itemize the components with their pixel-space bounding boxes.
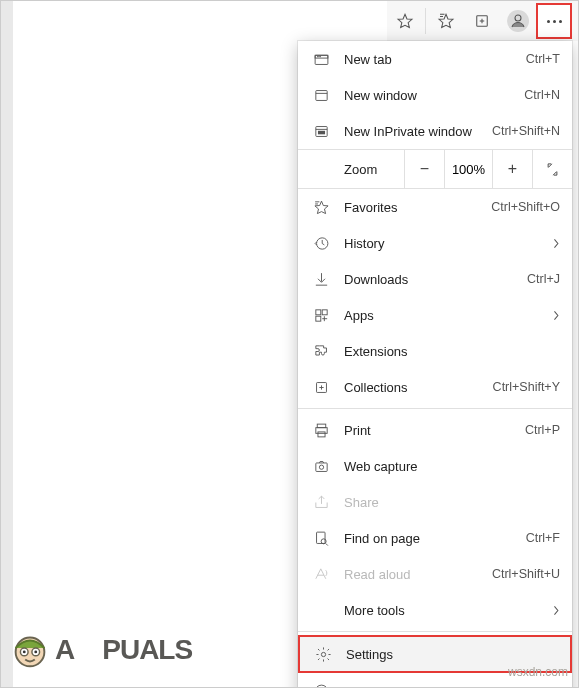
svg-point-30 xyxy=(319,465,323,469)
menu-shortcut: Ctrl+N xyxy=(524,88,560,102)
menu-downloads[interactable]: Downloads Ctrl+J xyxy=(298,261,572,297)
svg-point-42 xyxy=(34,650,37,653)
menu-new-tab[interactable]: New tab Ctrl+T xyxy=(298,41,572,77)
profile-button[interactable] xyxy=(500,3,536,39)
menu-new-window[interactable]: New window Ctrl+N xyxy=(298,77,572,113)
svg-point-5 xyxy=(515,15,521,21)
menu-label: Apps xyxy=(344,308,546,323)
menu-label: New window xyxy=(344,88,524,103)
menu-more-tools[interactable]: More tools xyxy=(298,592,572,628)
menu-shortcut: Ctrl+Shift+N xyxy=(492,124,560,138)
svg-rect-18 xyxy=(315,309,320,314)
watermark-text-rest: PUALS xyxy=(102,634,192,665)
zoom-in-button[interactable]: + xyxy=(492,149,532,189)
menu-label: Print xyxy=(344,423,525,438)
read-aloud-icon xyxy=(312,565,330,583)
menu-separator xyxy=(298,408,572,409)
settings-icon xyxy=(314,645,332,663)
menu-label: Find on page xyxy=(344,531,526,546)
history-icon xyxy=(312,234,330,252)
svg-point-36 xyxy=(315,685,328,688)
svg-rect-10 xyxy=(315,90,326,100)
menu-shortcut: Ctrl+Shift+U xyxy=(492,567,560,581)
menu-shortcut: Ctrl+Shift+Y xyxy=(493,380,560,394)
zoom-out-button[interactable]: − xyxy=(404,149,444,189)
watermark-url: wsxdn.com xyxy=(508,665,568,679)
menu-shortcut: Ctrl+J xyxy=(527,272,560,286)
more-menu-button[interactable] xyxy=(536,3,572,39)
new-window-icon xyxy=(312,86,330,104)
svg-rect-29 xyxy=(315,462,326,471)
svg-rect-26 xyxy=(317,424,326,428)
menu-print[interactable]: Print Ctrl+P xyxy=(298,412,572,448)
favorites-icon xyxy=(312,198,330,216)
fullscreen-button[interactable] xyxy=(532,149,572,189)
zoom-label: Zoom xyxy=(298,162,404,177)
menu-label: Share xyxy=(344,495,560,510)
more-icon xyxy=(547,20,562,23)
menu-shortcut: Ctrl+T xyxy=(526,52,560,66)
menu-web-capture[interactable]: Web capture xyxy=(298,448,572,484)
settings-and-more-menu: New tab Ctrl+T New window Ctrl+N New InP… xyxy=(298,41,572,688)
menu-label: More tools xyxy=(344,603,546,618)
svg-rect-14 xyxy=(317,130,324,134)
browser-toolbar xyxy=(387,1,578,41)
menu-extensions[interactable]: Extensions xyxy=(298,333,572,369)
menu-label: New tab xyxy=(344,52,526,67)
chevron-right-icon xyxy=(546,605,560,616)
svg-point-9 xyxy=(319,56,320,57)
web-capture-icon xyxy=(312,457,330,475)
menu-favorites[interactable]: Favorites Ctrl+Shift+O xyxy=(298,189,572,225)
menu-label: Favorites xyxy=(344,200,491,215)
menu-shortcut: Ctrl+P xyxy=(525,423,560,437)
new-tab-icon xyxy=(312,50,330,68)
menu-label: New InPrivate window xyxy=(344,124,492,139)
zoom-percent: 100% xyxy=(444,149,492,189)
svg-point-8 xyxy=(317,56,318,57)
menu-shortcut: Ctrl+F xyxy=(526,531,560,545)
menu-label: Downloads xyxy=(344,272,527,287)
menu-label: Collections xyxy=(344,380,493,395)
menu-label: Extensions xyxy=(344,344,560,359)
watermark-face-icon xyxy=(7,627,53,673)
menu-separator xyxy=(298,631,572,632)
watermark-text-a: A xyxy=(55,634,74,665)
toolbar-divider xyxy=(425,8,426,34)
find-icon xyxy=(312,529,330,547)
menu-collections[interactable]: Collections Ctrl+Shift+Y xyxy=(298,369,572,405)
svg-rect-6 xyxy=(315,55,328,64)
favorites-button[interactable] xyxy=(428,3,464,39)
menu-label: History xyxy=(344,236,546,251)
print-icon xyxy=(312,421,330,439)
svg-rect-7 xyxy=(315,55,328,58)
help-icon xyxy=(312,682,330,688)
menu-label: Help and feedback xyxy=(344,684,546,689)
menu-label: Read aloud xyxy=(344,567,492,582)
chevron-right-icon xyxy=(546,238,560,249)
menu-apps[interactable]: Apps xyxy=(298,297,572,333)
downloads-icon xyxy=(312,270,330,288)
menu-read-aloud: Read aloud Ctrl+Shift+U xyxy=(298,556,572,592)
menu-find-on-page[interactable]: Find on page Ctrl+F xyxy=(298,520,572,556)
svg-point-41 xyxy=(23,650,26,653)
extensions-icon xyxy=(312,342,330,360)
share-icon xyxy=(312,493,330,511)
page-edge xyxy=(1,1,13,687)
collections-button[interactable] xyxy=(464,3,500,39)
svg-line-33 xyxy=(325,543,327,545)
svg-rect-19 xyxy=(322,309,327,314)
svg-rect-28 xyxy=(317,431,324,436)
add-favorite-button[interactable] xyxy=(387,3,423,39)
menu-label: Settings xyxy=(346,647,558,662)
chevron-right-icon xyxy=(546,310,560,321)
menu-new-inprivate[interactable]: New InPrivate window Ctrl+Shift+N xyxy=(298,113,572,149)
collections-icon xyxy=(312,378,330,396)
svg-rect-20 xyxy=(315,316,320,321)
menu-zoom: Zoom − 100% + xyxy=(298,149,572,189)
menu-history[interactable]: History xyxy=(298,225,572,261)
watermark-logo: APUALS xyxy=(7,627,192,673)
apps-icon xyxy=(312,306,330,324)
svg-point-35 xyxy=(321,652,325,656)
menu-shortcut: Ctrl+Shift+O xyxy=(491,200,560,214)
menu-share: Share xyxy=(298,484,572,520)
